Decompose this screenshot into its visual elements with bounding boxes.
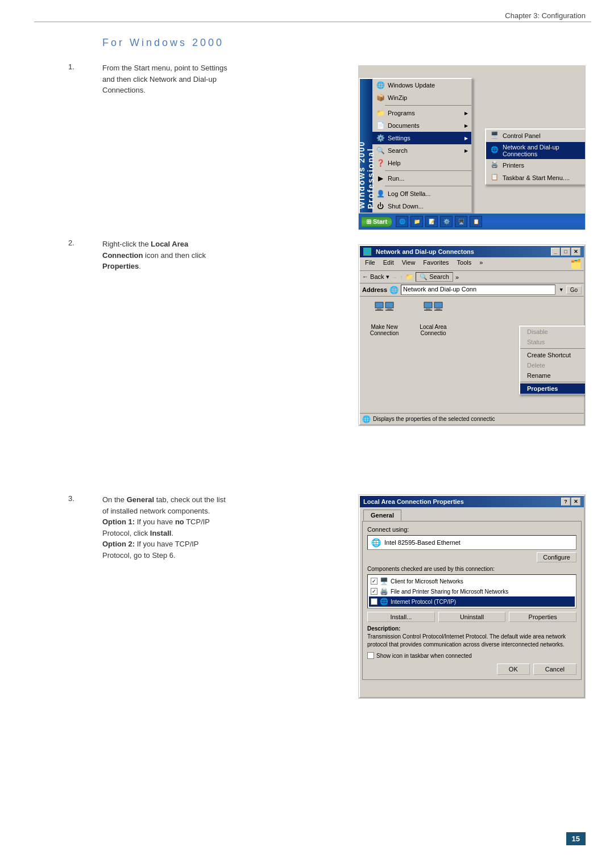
ctx-status[interactable]: Status [520, 337, 586, 347]
submenu-control-panel-label: Control Panel [503, 132, 541, 139]
start-label: Start [373, 218, 387, 225]
submenu-printers[interactable]: 🖨️ Printers [486, 159, 585, 172]
properties-button[interactable]: Properties [509, 612, 576, 622]
step-2-number: 2. [68, 239, 74, 247]
menu-item-programs[interactable]: 📁 Programs ▶ [372, 107, 471, 119]
submenu-network-connections[interactable]: 🌐 Network and Dial-up Connections ► [486, 142, 585, 159]
menu-item-search[interactable]: 🔍 Search ▶ [372, 144, 471, 157]
svg-rect-8 [424, 310, 432, 311]
submenu-printers-label: Printers [503, 162, 524, 169]
taskbar-icon-2[interactable]: 📁 [410, 216, 423, 227]
properties-title: Local Area Connection Properties [363, 498, 464, 505]
properties-body: Connect using: 🌐 Intel 82595-Based Ether… [362, 521, 582, 680]
start-button[interactable]: ⊞ Start [361, 216, 392, 227]
menu-item-help[interactable]: ❓ Help [372, 157, 471, 169]
ctx-create-shortcut[interactable]: Create Shortcut [520, 350, 586, 360]
ctx-divider-1 [520, 348, 586, 349]
ctx-rename[interactable]: Rename [520, 370, 586, 381]
menu-item-shutdown[interactable]: ⏻ Shut Down... [372, 200, 471, 212]
menu-item-run-label: Run... [388, 175, 404, 182]
taskbar-icons: 🌐 📁 📝 ⚙️ 🖥️ 📋 [396, 216, 482, 227]
menu-item-documents-label: Documents [388, 122, 420, 129]
menu-item-run[interactable]: ▶ Run... [372, 172, 471, 185]
minimize-button[interactable]: _ [551, 248, 560, 256]
ok-cancel-buttons: OK Cancel [367, 663, 576, 675]
menu-item-help-label: Help [388, 160, 401, 166]
page-number: 15 [566, 832, 586, 845]
component-1[interactable]: 🖥️ Client for Microsoft Networks [369, 576, 575, 586]
tab-general[interactable]: General [363, 510, 401, 521]
toolbar-more[interactable]: » [455, 274, 459, 281]
ctx-properties[interactable]: Properties [520, 383, 586, 394]
close-button[interactable]: ✕ [571, 248, 580, 256]
submenu-control-panel[interactable]: 🖥️ Control Panel [486, 130, 585, 142]
back-button[interactable]: ← Back ▾ [362, 273, 389, 281]
svg-rect-5 [385, 310, 393, 311]
search-button[interactable]: 🔍 Search [416, 272, 453, 282]
adapter-name: Intel 82595-Based Ethernet [384, 539, 460, 546]
menu-item-settings[interactable]: ⚙️ Settings ▶ [372, 132, 471, 144]
menu-file[interactable]: File [362, 258, 378, 269]
component-1-label: Client for Microsoft Networks [391, 578, 463, 585]
menu-favorites[interactable]: Favorites [420, 258, 451, 269]
svg-rect-0 [375, 302, 383, 308]
taskbar-icon-1[interactable]: 🌐 [396, 216, 408, 227]
component-2-checkbox[interactable] [371, 588, 377, 595]
go-button[interactable]: Go [566, 286, 582, 294]
show-icon-checkbox[interactable] [367, 652, 374, 659]
props-help-button[interactable]: ? [561, 498, 570, 506]
start-menu-banner: Windows 2000 Professional [360, 79, 372, 212]
printers-icon: 🖨️ [491, 161, 500, 170]
svg-rect-11 [434, 310, 442, 311]
search-icon: 🔍 [376, 146, 385, 155]
properties-screenshot: Local Area Connection Properties ? ✕ Gen… [358, 494, 586, 699]
cancel-button[interactable]: Cancel [533, 663, 576, 675]
connect-using-label: Connect using: [367, 526, 576, 533]
taskbar-icon-6[interactable]: 📋 [470, 216, 482, 227]
properties-window: Local Area Connection Properties ? ✕ Gen… [359, 495, 585, 698]
menu-view[interactable]: View [399, 258, 418, 269]
ok-button[interactable]: OK [497, 663, 530, 675]
address-value: Network and Dial-up Conn [403, 286, 476, 293]
taskbar-icon-4[interactable]: ⚙️ [440, 216, 453, 227]
menu-tools[interactable]: Tools [454, 258, 475, 269]
settings-arrow: ▶ [464, 136, 468, 141]
component-2-icon: 🖨️ [380, 587, 388, 595]
props-close-button[interactable]: ✕ [571, 498, 580, 506]
address-label: Address [362, 286, 387, 293]
component-3[interactable]: 🌐 Internet Protocol (TCP/IP) [369, 596, 575, 607]
taskbar-icon-5[interactable]: 🖥️ [455, 216, 467, 227]
install-button[interactable]: Install... [367, 612, 435, 622]
address-dropdown-arrow[interactable]: ▼ [559, 287, 564, 293]
maximize-button[interactable]: □ [561, 248, 570, 256]
submenu-taskbar[interactable]: 📋 Taskbar & Start Menu.... [486, 172, 585, 184]
folder-nav-icon[interactable]: 📁 [405, 273, 413, 281]
component-3-checkbox[interactable] [371, 598, 377, 605]
ctx-disable[interactable]: Disable [520, 327, 586, 337]
menu-item-search-label: Search [388, 147, 408, 154]
component-1-checkbox[interactable] [371, 578, 377, 585]
search-arrow: ▶ [464, 148, 468, 153]
titlebar-left: 🌐 Network and Dial-up Connectons [363, 248, 474, 256]
menu-item-windows-update[interactable]: 🌐 Windows Update [372, 79, 471, 91]
start-menu-container: Windows 2000 Professional 🌐 Windows Upda… [359, 66, 585, 229]
components-list: 🖥️ Client for Microsoft Networks 🖨️ File… [367, 574, 576, 608]
taskbar-icon-3[interactable]: 📝 [425, 216, 438, 227]
ctx-delete[interactable]: Delete [520, 360, 586, 370]
menu-more[interactable]: » [476, 258, 486, 269]
make-new-connection[interactable]: Make NewConnection [364, 301, 404, 336]
local-area-connection[interactable]: Local AreaConnectio [413, 301, 453, 336]
properties-titlebar: Local Area Connection Properties ? ✕ [360, 496, 584, 507]
menu-item-documents[interactable]: 📄 Documents ▶ [372, 119, 471, 132]
menu-edit[interactable]: Edit [380, 258, 397, 269]
folder-icon[interactable]: 🗂️ [570, 258, 582, 269]
menu-item-winzip-label: WinZip [388, 94, 407, 101]
component-2[interactable]: 🖨️ File and Printer Sharing for Microsof… [369, 586, 575, 596]
address-input[interactable]: Network and Dial-up Conn [401, 285, 555, 295]
step-3-number: 3. [68, 494, 74, 503]
menu-item-logoff[interactable]: 👤 Log Off Stella... [372, 187, 471, 200]
menu-item-winzip[interactable]: 📦 WinZip [372, 91, 471, 104]
configure-button[interactable]: Configure [537, 552, 576, 562]
uninstall-button[interactable]: Uninstall [438, 612, 506, 622]
up-button[interactable]: ↑ [400, 274, 404, 281]
